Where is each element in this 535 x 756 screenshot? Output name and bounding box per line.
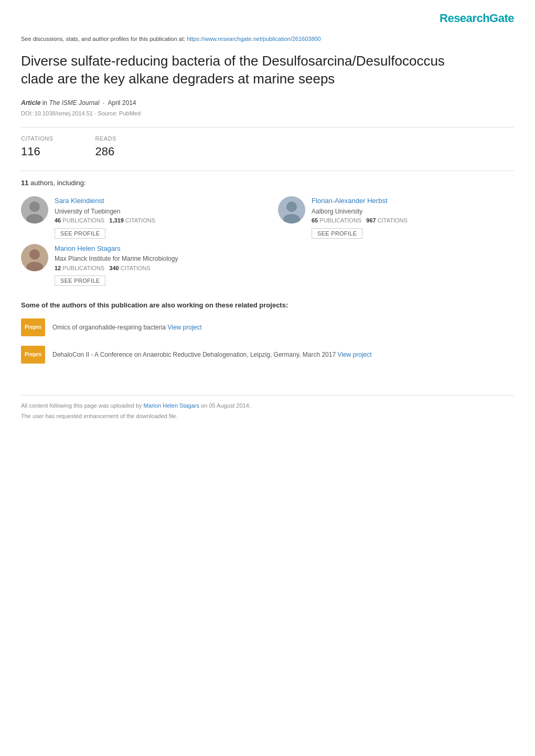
author-name-1[interactable]: Sara Kleindienst (55, 196, 155, 206)
reads-value: 286 (95, 144, 116, 160)
notification-text: See discussions, stats, and author profi… (21, 36, 187, 42)
see-profile-button-1[interactable]: SEE PROFILE (55, 228, 105, 239)
footer-line1-suffix: on 05 August 2014. (201, 402, 251, 409)
author-avatar-3 (21, 244, 48, 271)
author-affiliation-1: University of Tuebingen (55, 207, 155, 216)
svg-point-4 (286, 201, 297, 212)
related-projects-section: Some of the authors of this publication … (21, 301, 514, 364)
project-link-1[interactable]: View project (167, 324, 201, 331)
author-name-3[interactable]: Marion Helen Stagars (55, 244, 178, 253)
project-link-2[interactable]: View project (337, 351, 371, 358)
footer-note: All content following this page was uplo… (21, 395, 514, 410)
authors-grid: Sara Kleindienst University of Tuebingen… (21, 196, 514, 238)
project-thumb-1: Preprn (21, 318, 45, 336)
reads-label: READS (95, 135, 116, 143)
footer-line1-text: All content following this page was uplo… (21, 402, 144, 409)
project-text-2: DehaloCon II - A Conference on Anaerobic… (52, 350, 372, 359)
article-meta: Article in The ISME Journal · April 2014 (21, 99, 514, 108)
svg-point-1 (29, 201, 40, 212)
stats-row: CITATIONS 116 READS 286 (21, 135, 514, 160)
project-item-2: Preprn DehaloCon II - A Conference on An… (21, 346, 514, 364)
article-date: April 2014 (108, 99, 136, 107)
author-stats-3: 12 PUBLICATIONS 340 CITATIONS (55, 264, 178, 272)
notification-bar: See discussions, stats, and author profi… (21, 35, 514, 43)
project-text-1: Omics of organohalide-respiring bacteria… (52, 323, 202, 332)
article-type-label: Article (21, 99, 40, 107)
author-avatar-2 (278, 196, 305, 223)
svg-point-7 (29, 249, 40, 260)
citations-value: 116 (21, 144, 54, 160)
reads-block: READS 286 (95, 135, 116, 160)
author-affiliation-2: Aalborg University (312, 207, 408, 216)
footer-uploader-link[interactable]: Marion Helen Stagars (144, 402, 199, 409)
publication-link[interactable]: https://www.researchgate.net/publication… (187, 36, 321, 42)
doi-line: DOI: 10.1038/ismej.2014.51 · Source: Pub… (21, 110, 514, 118)
authors-heading: 11 authors, including: (21, 178, 514, 188)
author-info-2: Florian-Alexander Herbst Aalborg Univers… (312, 196, 408, 238)
related-projects-heading: Some of the authors of this publication … (21, 301, 514, 310)
author-name-2[interactable]: Florian-Alexander Herbst (312, 196, 408, 206)
author-card-2: Florian-Alexander Herbst Aalborg Univers… (278, 196, 514, 238)
divider-2 (21, 171, 514, 171)
article-preposition: in (42, 99, 47, 107)
see-profile-button-2[interactable]: SEE PROFILE (312, 228, 362, 239)
see-profile-button-3[interactable]: SEE PROFILE (55, 275, 105, 286)
divider-1 (21, 127, 514, 127)
article-journal: The ISME Journal (49, 99, 99, 107)
author-card-3: Marion Helen Stagars Max Planck Institut… (21, 244, 257, 286)
author-stats-1: 46 PUBLICATIONS 1,319 CITATIONS (55, 217, 155, 225)
brand-logo: ResearchGate (440, 12, 514, 25)
authors-count: 11 (21, 179, 28, 187)
author-affiliation-3: Max Planck Institute for Marine Microbio… (55, 254, 178, 263)
author-avatar-1 (21, 196, 48, 223)
project-item-1: Preprn Omics of organohalide-respiring b… (21, 318, 514, 336)
author-stats-2: 65 PUBLICATIONS 967 CITATIONS (312, 217, 408, 225)
footer-note-line2: The user has requested enhancement of th… (21, 412, 514, 420)
author-info-1: Sara Kleindienst University of Tuebingen… (55, 196, 155, 238)
project-thumb-2: Preprn (21, 346, 45, 364)
page-title: Diverse sulfate-reducing bacteria of the… (21, 52, 451, 88)
citations-label: CITATIONS (21, 135, 54, 143)
author-card-1: Sara Kleindienst University of Tuebingen… (21, 196, 257, 238)
authors-heading-suffix: authors, including: (30, 179, 86, 187)
citations-block: CITATIONS 116 (21, 135, 54, 160)
author-single-row: Marion Helen Stagars Max Planck Institut… (21, 244, 514, 286)
author-info-3: Marion Helen Stagars Max Planck Institut… (55, 244, 178, 286)
top-bar: ResearchGate (21, 10, 514, 27)
